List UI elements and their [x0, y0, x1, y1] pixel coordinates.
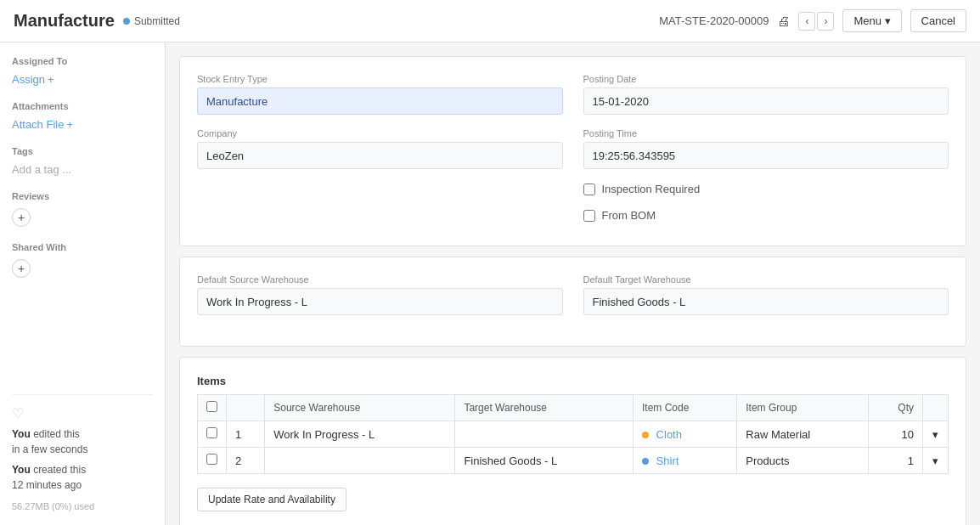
- update-rate-button[interactable]: Update Rate and Availability: [197, 488, 346, 511]
- posting-date-label: Posting Date: [583, 74, 949, 84]
- th-checkbox: [198, 395, 227, 421]
- company-group: Company LeoZen: [197, 128, 563, 169]
- posting-time-label: Posting Time: [583, 128, 949, 138]
- form-row-1: Stock Entry Type Manufacture Posting Dat…: [197, 74, 949, 115]
- from-bom-checkbox[interactable]: [583, 210, 595, 222]
- default-target-warehouse-group: Default Target Warehouse Finished Goods …: [583, 274, 949, 315]
- attach-file-button[interactable]: Attach File +: [12, 118, 153, 131]
- item-code-link[interactable]: Shirt: [656, 454, 679, 467]
- item-code-link[interactable]: Cloth: [656, 428, 682, 441]
- like-icon[interactable]: ♡: [12, 405, 153, 421]
- inspection-required-checkbox[interactable]: [583, 183, 595, 195]
- header-right: MAT-STE-2020-00009 🖨 ‹ › Menu ▾ Cancel: [659, 9, 966, 32]
- row-checkbox[interactable]: [206, 454, 217, 465]
- created-action-label: created this: [33, 464, 86, 476]
- row-source-warehouse: Work In Progress - L: [265, 421, 455, 448]
- items-card: Items Source Warehouse Target Warehouse …: [179, 357, 966, 525]
- assign-button[interactable]: Assign +: [12, 73, 153, 86]
- row-num: 1: [227, 421, 265, 448]
- stock-entry-type-value: Manufacture: [197, 88, 563, 115]
- th-target-warehouse: Target Warehouse: [455, 395, 634, 421]
- th-qty: Qty: [869, 395, 923, 421]
- attach-file-label: Attach File: [12, 118, 64, 131]
- nav-next-button[interactable]: ›: [817, 12, 834, 31]
- print-icon[interactable]: 🖨: [777, 14, 790, 28]
- attach-plus-icon: +: [66, 118, 73, 131]
- cancel-button[interactable]: Cancel: [910, 9, 966, 32]
- items-table: Source Warehouse Target Warehouse Item C…: [197, 394, 949, 474]
- row-qty: 1: [869, 448, 923, 474]
- default-target-warehouse-label: Default Target Warehouse: [583, 274, 949, 285]
- reviews-add-button[interactable]: +: [12, 208, 31, 227]
- warehouse-form-card: Default Source Warehouse Work In Progres…: [179, 257, 966, 347]
- assign-label: Assign: [12, 73, 45, 86]
- stock-entry-type-label: Stock Entry Type: [197, 74, 563, 84]
- row-item-group: Raw Material: [737, 421, 869, 448]
- row-qty: 10: [869, 421, 923, 448]
- default-source-warehouse-label: Default Source Warehouse: [197, 274, 563, 285]
- shared-with-label: Shared With: [12, 242, 153, 252]
- item-dot-icon: [642, 458, 649, 465]
- th-source-warehouse: Source Warehouse: [265, 395, 455, 421]
- row-checkbox[interactable]: [206, 427, 217, 438]
- sidebar-tags-section: Tags Add a tag ...: [12, 146, 153, 176]
- row-dropdown-button[interactable]: ▾: [923, 421, 949, 448]
- row-num: 2: [227, 448, 265, 474]
- menu-button[interactable]: Menu ▾: [842, 9, 901, 32]
- default-target-warehouse-value: Finished Goods - L: [583, 288, 949, 315]
- select-all-checkbox[interactable]: [206, 401, 217, 412]
- document-id: MAT-STE-2020-00009: [659, 14, 769, 27]
- row-item-group: Products: [737, 448, 869, 474]
- edited-you-label: You: [12, 428, 31, 440]
- company-label: Company: [197, 128, 563, 138]
- inspection-required-label[interactable]: Inspection Required: [602, 183, 701, 195]
- stock-entry-type-group: Stock Entry Type Manufacture: [197, 74, 563, 115]
- storage-label: 56.27MB (0%) used: [12, 501, 153, 511]
- sidebar: Assigned To Assign + Attachments Attach …: [0, 42, 166, 525]
- assign-plus-icon: +: [48, 73, 54, 86]
- th-num: [227, 395, 265, 421]
- default-source-warehouse-group: Default Source Warehouse Work In Progres…: [197, 274, 563, 315]
- created-time-label: 12 minutes ago: [12, 479, 82, 491]
- row-target-warehouse: Finished Goods - L: [455, 448, 634, 474]
- nav-prev-button[interactable]: ‹: [798, 12, 815, 31]
- main-layout: Assigned To Assign + Attachments Attach …: [0, 42, 980, 525]
- row-source-warehouse: [265, 448, 455, 474]
- from-bom-label[interactable]: From BOM: [602, 209, 656, 222]
- row-target-warehouse: [455, 421, 634, 448]
- posting-date-group: Posting Date 15-01-2020: [583, 74, 949, 115]
- edited-time-label: in a few seconds: [12, 443, 87, 455]
- row-checkbox-cell: [198, 421, 227, 448]
- status-label: Submitted: [134, 15, 180, 27]
- nav-arrows: ‹ ›: [798, 12, 834, 31]
- th-item-group: Item Group: [737, 395, 869, 421]
- inspection-required-row: Inspection Required: [583, 183, 949, 195]
- shared-with-add-button[interactable]: +: [12, 259, 31, 278]
- company-value: LeoZen: [197, 142, 563, 169]
- th-item-code: Item Code: [633, 395, 736, 421]
- header-left: Manufacture Submitted: [14, 11, 180, 31]
- content-area: Stock Entry Type Manufacture Posting Dat…: [166, 42, 980, 525]
- row-item-code: Cloth: [633, 421, 736, 448]
- form-row-2: Company LeoZen Posting Time 19:25:56.343…: [197, 128, 949, 169]
- page-title: Manufacture: [14, 11, 115, 31]
- items-title: Items: [197, 375, 949, 387]
- edited-activity: You edited this in a few seconds: [12, 426, 153, 457]
- item-dot-icon: [642, 432, 649, 438]
- status-badge: Submitted: [123, 15, 180, 27]
- th-actions: [923, 395, 949, 421]
- posting-date-value: 15-01-2020: [583, 88, 949, 115]
- status-dot: [123, 18, 130, 25]
- row-dropdown-button[interactable]: ▾: [923, 448, 949, 474]
- header: Manufacture Submitted MAT-STE-2020-00009…: [0, 0, 980, 42]
- form-row-warehouse: Default Source Warehouse Work In Progres…: [197, 274, 949, 315]
- created-activity: You created this 12 minutes ago: [12, 462, 153, 493]
- tags-label: Tags: [12, 146, 153, 156]
- created-you-label: You: [12, 464, 31, 476]
- activity-section: ♡ You edited this in a few seconds You c…: [12, 394, 153, 511]
- from-bom-row: From BOM: [583, 209, 949, 222]
- add-tag-placeholder[interactable]: Add a tag ...: [12, 163, 153, 176]
- row-checkbox-cell: [198, 448, 227, 474]
- sidebar-attachments-section: Attachments Attach File +: [12, 101, 153, 131]
- attachments-label: Attachments: [12, 101, 153, 111]
